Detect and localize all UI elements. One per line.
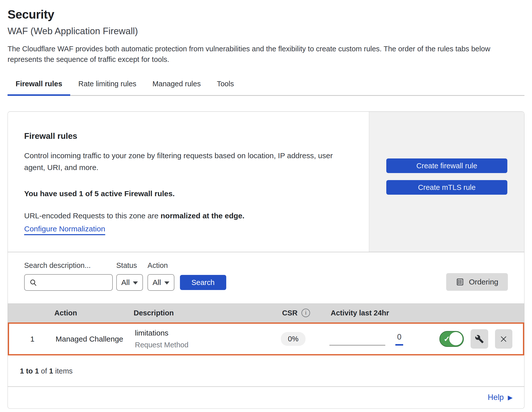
csr-badge: 0%: [281, 332, 306, 346]
action-filter-value: All: [153, 278, 161, 287]
activity-count-link[interactable]: 0: [395, 333, 403, 346]
tab-rate-limiting-rules[interactable]: Rate limiting rules: [70, 76, 144, 95]
tab-label: Firewall rules: [16, 80, 62, 88]
column-action: Action: [54, 309, 134, 317]
help-link[interactable]: Help ▶: [488, 393, 513, 402]
items-count: 1 to 1 of 1 items: [8, 355, 524, 386]
rules-filter-bar: Search description... Status All: [8, 252, 524, 303]
items-of: of: [39, 367, 49, 375]
ordering-button[interactable]: Ordering: [446, 273, 508, 291]
tab-tools[interactable]: Tools: [209, 76, 242, 95]
search-button[interactable]: Search: [180, 275, 226, 290]
rule-description-detail: Request Method: [135, 341, 281, 349]
rule-description: limitations: [135, 329, 281, 337]
delete-rule-button[interactable]: [495, 329, 513, 349]
items-word: items: [53, 367, 72, 375]
waf-tab-bar: Firewall rules Rate limiting rules Manag…: [8, 76, 524, 96]
create-rule-panel: Create firewall rule Create mTLS rule: [369, 112, 524, 252]
action-filter-select[interactable]: All: [147, 274, 174, 291]
firewall-rules-usage-text: You have used 1 of 5 active Firewall rul…: [24, 189, 354, 198]
search-description-label: Search description...: [24, 261, 113, 270]
ordering-list-icon: [456, 278, 464, 286]
help-link-label: Help: [488, 393, 504, 402]
search-description-group: Search description...: [24, 261, 113, 291]
help-row: Help ▶: [8, 386, 524, 408]
items-total: 1: [49, 367, 53, 375]
normalization-text: URL-encoded Requests to this zone are no…: [24, 212, 354, 220]
rule-priority: 1: [9, 335, 56, 343]
normalization-text-normal: URL-encoded Requests to this zone are: [24, 212, 161, 220]
action-filter-group: Action All: [147, 261, 174, 291]
rules-table-header: Action Description CSR i Activity last 2…: [8, 303, 524, 322]
help-arrow-icon: ▶: [508, 394, 513, 401]
action-filter-label: Action: [147, 261, 174, 270]
rule-enabled-toggle[interactable]: ✓: [439, 331, 464, 347]
items-range: 1 to 1: [20, 367, 39, 375]
page-subtitle: WAF (Web Application Firewall): [8, 26, 524, 36]
security-waf-page: Security WAF (Web Application Firewall) …: [0, 0, 532, 412]
status-filter-group: Status All: [116, 261, 143, 291]
toggle-knob: [449, 332, 463, 345]
ordering-button-label: Ordering: [469, 278, 498, 286]
tab-label: Rate limiting rules: [78, 80, 136, 88]
chevron-down-icon: [133, 281, 138, 284]
search-description-input[interactable]: [40, 278, 108, 286]
column-activity: Activity last 24hr: [324, 309, 441, 317]
info-icon[interactable]: i: [301, 309, 310, 317]
rule-csr-cell: 0%: [281, 332, 322, 346]
firewall-rules-overview: Firewall rules Control incoming traffic …: [8, 112, 524, 252]
activity-sparkline: [329, 337, 385, 346]
column-csr-label: CSR: [282, 309, 297, 317]
firewall-rules-heading: Firewall rules: [24, 131, 354, 141]
create-mtls-rule-button[interactable]: Create mTLS rule: [386, 180, 507, 195]
chevron-down-icon: [164, 281, 169, 284]
search-box: [24, 274, 113, 291]
column-csr: CSR i: [282, 309, 324, 317]
tab-label: Managed rules: [153, 80, 201, 88]
page-description: The Cloudflare WAF provides both automat…: [8, 44, 523, 65]
rule-activity-cell: 0: [322, 333, 439, 346]
close-icon: [500, 335, 508, 343]
edit-rule-button[interactable]: [471, 329, 488, 349]
activity-wrap: 0: [329, 333, 439, 346]
firewall-rules-description: Control incoming traffic to your zone by…: [24, 150, 354, 173]
tab-label: Tools: [217, 80, 234, 88]
status-filter-value: All: [121, 278, 130, 287]
rule-controls: ✓: [439, 329, 523, 349]
rule-action: Managed Challenge: [56, 335, 135, 343]
status-filter-label: Status: [116, 261, 143, 270]
create-firewall-rule-button[interactable]: Create firewall rule: [386, 158, 507, 173]
configure-normalization-link[interactable]: Configure Normalization: [24, 225, 105, 235]
rule-description-cell: limitations Request Method: [135, 329, 281, 349]
status-filter-select[interactable]: All: [116, 274, 143, 291]
firewall-rules-card: Firewall rules Control incoming traffic …: [8, 111, 524, 409]
search-icon: [29, 278, 37, 286]
firewall-rules-overview-text: Firewall rules Control incoming traffic …: [8, 112, 369, 252]
tab-managed-rules[interactable]: Managed rules: [144, 76, 209, 95]
tab-firewall-rules[interactable]: Firewall rules: [8, 76, 70, 95]
column-description: Description: [134, 309, 282, 317]
wrench-icon: [475, 335, 484, 344]
normalization-text-bold: normalized at the edge.: [161, 212, 244, 220]
table-row: 1 Managed Challenge limitations Request …: [8, 322, 524, 355]
page-title: Security: [8, 8, 524, 21]
